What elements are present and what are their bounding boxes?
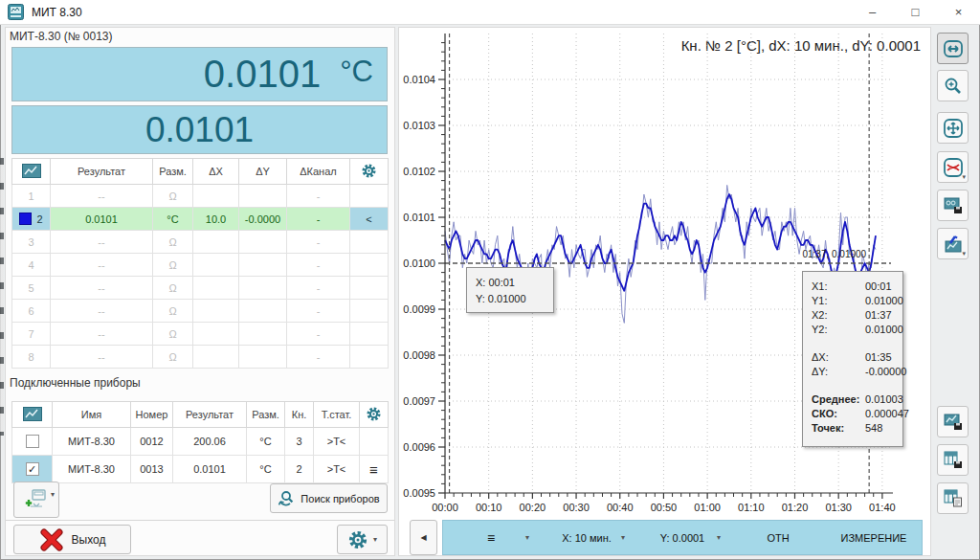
channel-cell[interactable]: -- xyxy=(51,185,153,208)
channel-cell[interactable]: - xyxy=(287,346,350,369)
device-cell[interactable]: °C xyxy=(247,428,285,456)
chart-toolbar-item[interactable]: ≡▾ xyxy=(443,521,539,554)
channel-cell[interactable]: 7 xyxy=(12,323,51,346)
channel-cell[interactable] xyxy=(350,323,389,346)
channel-cell[interactable]: 2 xyxy=(12,208,51,231)
chart-toolbar-item[interactable]: ОТН xyxy=(730,521,826,554)
devices-plot-column-header[interactable] xyxy=(12,402,53,428)
channel-cell[interactable]: 3 xyxy=(12,231,51,254)
device-cell[interactable]: °C xyxy=(247,456,285,483)
export-table-button[interactable] xyxy=(937,482,969,514)
channel-row[interactable]: 1--Ω- xyxy=(12,185,389,208)
device-cell[interactable]: 3 xyxy=(285,428,314,456)
device-cell[interactable]: 0013 xyxy=(131,456,173,483)
maximize-button[interactable]: □ xyxy=(894,0,937,24)
edit-chart-button[interactable]: ▾ xyxy=(937,228,969,259)
device-checkbox[interactable] xyxy=(26,435,39,448)
channel-cell[interactable]: -- xyxy=(51,300,153,323)
channel-cell[interactable]: Ω xyxy=(153,346,193,369)
channel-cell[interactable]: -- xyxy=(51,254,153,277)
channels-plot-column-header[interactable] xyxy=(12,159,51,185)
channel-cell[interactable]: Ω xyxy=(153,277,193,300)
channel-cell[interactable]: -- xyxy=(51,277,153,300)
channel-cell[interactable] xyxy=(239,277,287,300)
channel-cell[interactable] xyxy=(350,277,389,300)
channel-cell[interactable] xyxy=(350,254,389,277)
panel-settings-button[interactable]: ▾ xyxy=(337,525,388,554)
device-menu-cell[interactable]: ≡ xyxy=(360,456,389,483)
channel-cell[interactable] xyxy=(350,185,389,208)
channel-cell[interactable]: -- xyxy=(51,323,153,346)
device-menu-icon[interactable]: ≡ xyxy=(369,461,378,478)
channel-cell[interactable]: 5 xyxy=(12,277,51,300)
channel-cell[interactable]: 4 xyxy=(12,254,51,277)
channel-cell[interactable]: - xyxy=(287,231,350,254)
fit-horizontal-button[interactable] xyxy=(937,33,969,64)
channel-cell[interactable]: 8 xyxy=(12,346,51,369)
zoom-in-button[interactable] xyxy=(937,70,969,101)
channel-cell[interactable]: - xyxy=(287,323,350,346)
channel-cell[interactable]: < xyxy=(350,208,389,231)
channel-cell[interactable] xyxy=(193,323,239,346)
save-table-button[interactable] xyxy=(937,444,969,476)
pan-button[interactable] xyxy=(937,112,969,144)
channel-cell[interactable] xyxy=(350,346,389,369)
channel-cell[interactable]: -0.0000 xyxy=(239,208,287,231)
channel-cell[interactable]: - xyxy=(287,185,350,208)
channel-row[interactable]: 20.0101°C10.0-0.0000-< xyxy=(12,208,389,231)
channel-cell[interactable]: 0.0101 xyxy=(51,208,153,231)
channel-row[interactable]: 4--Ω- xyxy=(12,254,389,277)
channel-cell[interactable] xyxy=(239,346,287,369)
channel-row[interactable]: 3--Ω- xyxy=(12,231,389,254)
device-cell[interactable]: 2 xyxy=(285,456,314,483)
close-button[interactable]: × xyxy=(937,0,980,24)
channel-cell[interactable] xyxy=(193,346,239,369)
channel-cell[interactable]: Ω xyxy=(153,300,193,323)
minimize-button[interactable]: – xyxy=(851,0,894,24)
channel-cell[interactable]: 1 xyxy=(12,185,51,208)
device-cell[interactable]: МИТ-8.30 xyxy=(53,456,131,483)
device-select-cell[interactable] xyxy=(12,428,53,456)
channel-row[interactable]: 7--Ω- xyxy=(12,323,389,346)
device-row[interactable]: ✓МИТ-8.3000130.0101°C2>T<≡ xyxy=(12,456,389,483)
channel-cell[interactable]: - xyxy=(287,300,350,323)
channel-cell[interactable]: - xyxy=(287,208,350,231)
chart-toolbar-item[interactable]: ИЗМЕРЕНИЕ xyxy=(826,521,922,554)
device-row[interactable]: МИТ-8.300012200.06°C3>T< xyxy=(12,428,389,456)
device-cell[interactable]: 0012 xyxy=(131,428,173,456)
channel-cell[interactable]: Ω xyxy=(153,231,193,254)
channel-cell[interactable]: - xyxy=(287,254,350,277)
device-cell[interactable]: МИТ-8.30 xyxy=(53,428,131,456)
add-device-button[interactable]: ▾ xyxy=(13,482,59,518)
channel-cell[interactable]: °C xyxy=(153,208,193,231)
channels-settings-column-header[interactable] xyxy=(350,159,389,185)
clear-curves-button[interactable]: ▾ xyxy=(937,151,969,183)
device-cell[interactable]: >T< xyxy=(314,428,360,456)
device-menu-cell[interactable] xyxy=(360,428,389,456)
channel-cell[interactable]: - xyxy=(287,277,350,300)
device-checkbox[interactable]: ✓ xyxy=(26,462,39,476)
channel-cell[interactable] xyxy=(193,231,239,254)
device-cell[interactable]: 200.06 xyxy=(173,428,247,456)
channel-cell[interactable] xyxy=(350,231,389,254)
exit-button[interactable]: Выход xyxy=(13,525,131,554)
channel-cell[interactable] xyxy=(193,254,239,277)
channel-cell[interactable]: 10.0 xyxy=(193,208,239,231)
channel-cell[interactable] xyxy=(239,231,287,254)
device-select-cell[interactable]: ✓ xyxy=(12,456,53,483)
channel-cell[interactable]: Ω xyxy=(153,254,193,277)
scroll-back-button[interactable]: ◀ xyxy=(410,520,437,555)
device-cell[interactable]: 0.0101 xyxy=(173,456,247,483)
channel-cell[interactable] xyxy=(239,300,287,323)
channel-cell[interactable] xyxy=(239,254,287,277)
channel-cell[interactable]: 6 xyxy=(12,300,51,323)
device-cell[interactable]: >T< xyxy=(314,456,360,483)
channel-cell[interactable] xyxy=(350,300,389,323)
channel-cell[interactable] xyxy=(239,185,287,208)
channel-cell[interactable] xyxy=(193,185,239,208)
channel-cell[interactable]: -- xyxy=(51,346,153,369)
channel-cell[interactable] xyxy=(193,300,239,323)
channel-cell[interactable]: -- xyxy=(51,231,153,254)
channel-row[interactable]: 6--Ω- xyxy=(12,300,389,323)
channel-cell[interactable]: Ω xyxy=(153,323,193,346)
